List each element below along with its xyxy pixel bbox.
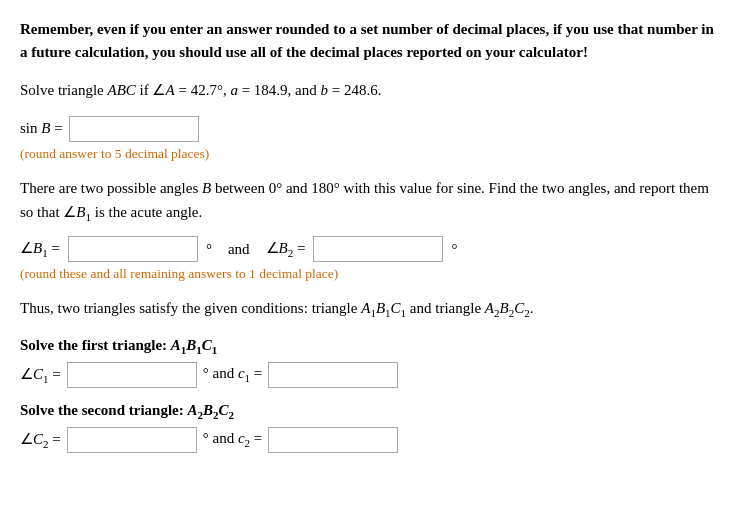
- first-triangle-row: ∠C1 = ° and c1 =: [20, 362, 720, 388]
- b1-b2-row: ∠B1 = ° and ∠B2 = °: [20, 236, 720, 262]
- sinb-section: sin B = (round answer to 5 decimal place…: [20, 116, 720, 162]
- first-triangle-section: Solve the first triangle: A1B1C1 ∠C1 = °…: [20, 337, 720, 388]
- b1-degree: °: [206, 241, 212, 258]
- two-triangles-statement: Thus, two triangles satisfy the given co…: [20, 296, 720, 323]
- warning-text: Remember, even if you enter an answer ro…: [20, 18, 720, 63]
- sinb-row: sin B =: [20, 116, 720, 142]
- angles-hint: (round these and all remaining answers t…: [20, 266, 720, 282]
- c1-value-input[interactable]: [268, 362, 398, 388]
- c1-input[interactable]: [67, 362, 197, 388]
- second-triangle-section: Solve the second triangle: A2B2C2 ∠C2 = …: [20, 402, 720, 453]
- first-triangle-title: Solve the first triangle: A1B1C1: [20, 337, 720, 356]
- b1-input[interactable]: [68, 236, 198, 262]
- b2-label: ∠B2 =: [266, 239, 306, 259]
- second-triangle-row: ∠C2 = ° and c2 =: [20, 427, 720, 453]
- c1-label: ∠C1 =: [20, 365, 61, 385]
- two-triangles-text: Thus, two triangles satisfy the given co…: [20, 296, 720, 323]
- c2-label: ∠C2 =: [20, 430, 61, 450]
- triangle-name: ABC: [107, 82, 135, 98]
- angles-description-section: There are two possible angles B between …: [20, 176, 720, 283]
- and-label: and: [228, 241, 250, 258]
- c2-value-input[interactable]: [268, 427, 398, 453]
- second-triangle-title: Solve the second triangle: A2B2C2: [20, 402, 720, 421]
- b2-degree: °: [451, 241, 457, 258]
- sinb-input[interactable]: [69, 116, 199, 142]
- c2-unit: ° and c2 =: [203, 430, 263, 449]
- problem-statement: Solve triangle ABC if ∠A = 42.7°, a = 18…: [20, 79, 720, 102]
- angles-description-text: There are two possible angles B between …: [20, 176, 720, 227]
- b1-label: ∠B1 =: [20, 239, 60, 259]
- b2-input[interactable]: [313, 236, 443, 262]
- c2-input[interactable]: [67, 427, 197, 453]
- sinb-hint: (round answer to 5 decimal places): [20, 146, 720, 162]
- sinb-label: sin B =: [20, 120, 63, 137]
- c1-unit: ° and c1 =: [203, 365, 263, 384]
